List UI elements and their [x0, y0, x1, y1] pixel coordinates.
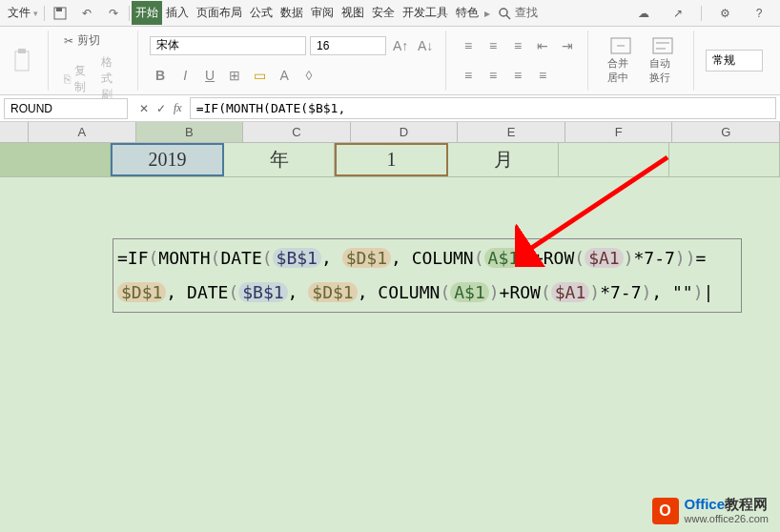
formula-input[interactable]: [190, 97, 776, 119]
wrap-icon: [652, 37, 673, 54]
ref-a1r: $A1: [585, 248, 624, 268]
bold-button[interactable]: B: [150, 65, 171, 86]
wrap-button[interactable]: 自动换行: [642, 31, 684, 91]
redo-icon[interactable]: ↷: [104, 4, 123, 23]
tab-review[interactable]: 审阅: [307, 1, 338, 25]
tab-data[interactable]: 数据: [277, 1, 307, 25]
cell-c1[interactable]: 年: [224, 143, 335, 176]
cell-g1[interactable]: [669, 143, 780, 176]
separator: [44, 6, 45, 21]
merge-button[interactable]: 合并居中: [600, 31, 642, 91]
cell-f1[interactable]: [559, 143, 669, 176]
tab-formula[interactable]: 公式: [246, 1, 277, 25]
number-group: 常规: [706, 31, 772, 91]
number-format-select[interactable]: 常规: [706, 50, 763, 72]
help-icon[interactable]: ?: [749, 4, 769, 23]
file-menu[interactable]: 文件: [4, 1, 42, 25]
watermark-icon: O: [652, 498, 679, 524]
svg-rect-8: [653, 38, 672, 53]
col-header-g[interactable]: G: [672, 122, 780, 142]
tab-devtools[interactable]: 开发工具: [399, 1, 452, 25]
settings-icon[interactable]: ⚙: [715, 4, 734, 23]
paste-icon: [11, 48, 34, 74]
border-button[interactable]: ⊞: [224, 65, 245, 86]
tok-tail2: *7-7: [600, 282, 641, 302]
highlight-button[interactable]: ◊: [298, 65, 319, 86]
ref-a1: A$1: [484, 248, 523, 268]
cell-a1[interactable]: [0, 143, 111, 176]
undo-icon[interactable]: ↶: [77, 4, 96, 23]
grid-body[interactable]: 2019 年 1 月 =IF(MONTH(DATE($B$1, $D$1, CO…: [0, 143, 780, 532]
search-box[interactable]: 查找: [498, 5, 538, 21]
tab-security[interactable]: 安全: [368, 1, 399, 25]
decrease-font-icon[interactable]: A↓: [415, 35, 436, 56]
align-left-icon[interactable]: ≡: [458, 65, 479, 86]
merge-icon: [610, 37, 631, 54]
align-bottom-icon[interactable]: ≡: [507, 35, 528, 56]
tab-special[interactable]: 特色: [452, 1, 482, 25]
column-headers: A B C D E F G: [0, 122, 780, 143]
font-name-select[interactable]: [150, 36, 306, 55]
separator: [129, 6, 130, 21]
tab-start[interactable]: 开始: [132, 1, 162, 25]
increase-font-icon[interactable]: A↑: [390, 35, 411, 56]
save-icon[interactable]: [51, 4, 70, 23]
col-header-a[interactable]: A: [29, 122, 136, 142]
scissors-icon: ✂: [64, 34, 73, 48]
tab-insert[interactable]: 插入: [162, 1, 193, 25]
col-header-b[interactable]: B: [136, 122, 244, 142]
cancel-icon[interactable]: ✕: [139, 102, 149, 115]
ref-d1: $D$1: [342, 248, 391, 268]
col-header-c[interactable]: C: [243, 122, 351, 142]
tok-eq: =: [696, 248, 707, 268]
tab-layout[interactable]: 页面布局: [193, 1, 246, 25]
cut-button[interactable]: ✂ 剪切: [60, 31, 128, 51]
cell-d1[interactable]: 1: [335, 143, 448, 176]
col-header-d[interactable]: D: [351, 122, 459, 142]
italic-button[interactable]: I: [174, 65, 195, 86]
indent-right-icon[interactable]: ⇥: [557, 35, 578, 56]
name-box[interactable]: [4, 98, 128, 119]
tok-tail1: *7-7: [633, 248, 674, 268]
more-tabs-icon[interactable]: ▸: [484, 7, 490, 20]
cut-label: 剪切: [77, 32, 100, 49]
ref-b1-2: $B$1: [238, 282, 287, 302]
clipboard-group: [8, 31, 49, 91]
align-top-icon[interactable]: ≡: [458, 35, 479, 56]
fx-icon[interactable]: fx: [174, 101, 182, 115]
wm-title-cn: 教程网: [725, 496, 768, 512]
cell-b1[interactable]: 2019: [111, 143, 224, 176]
confirm-icon[interactable]: ✓: [156, 102, 166, 115]
ref-a1r-2: $A1: [551, 282, 590, 302]
tab-view[interactable]: 视图: [338, 1, 368, 25]
paste-button[interactable]: [8, 46, 38, 76]
clipboard-actions: ✂ 剪切 ⎘ 复制 格式刷: [60, 31, 138, 91]
tok-column: COLUMN: [412, 248, 474, 268]
align-middle-icon[interactable]: ≡: [482, 35, 503, 56]
col-header-e[interactable]: E: [458, 122, 565, 142]
font-size-select[interactable]: [310, 36, 386, 55]
cell-e1[interactable]: 月: [448, 143, 559, 176]
menu-bar: 文件 ↶ ↷ 开始 插入 页面布局 公式 数据 审阅 视图 安全 开发工具 特色…: [0, 0, 780, 27]
underline-button[interactable]: U: [199, 65, 220, 86]
col-header-f[interactable]: F: [565, 122, 673, 142]
ref-b1: $B$1: [273, 248, 321, 268]
share-icon[interactable]: ↗: [668, 4, 688, 23]
ref-d1-3: $D$1: [308, 282, 357, 302]
select-all-corner[interactable]: [0, 122, 29, 142]
align-center-icon[interactable]: ≡: [482, 65, 503, 86]
tok-column2: COLUMN: [378, 282, 440, 302]
svg-rect-5: [18, 49, 26, 53]
indent-left-icon[interactable]: ⇤: [532, 35, 553, 56]
formula-bar-icons: ✕ ✓ fx: [132, 101, 190, 115]
cell-formula-editor[interactable]: =IF(MONTH(DATE($B$1, $D$1, COLUMN(A$1)+R…: [113, 238, 742, 313]
right-toolbar: ☁ ↗ ⚙ ?: [630, 4, 780, 23]
align-right-icon[interactable]: ≡: [507, 65, 528, 86]
cloud-icon[interactable]: ☁: [634, 4, 653, 23]
justify-icon[interactable]: ≡: [532, 65, 553, 86]
font-color-button[interactable]: A: [274, 65, 295, 86]
tok-date: DATE: [220, 248, 261, 268]
svg-rect-4: [15, 51, 29, 71]
separator: [701, 6, 702, 21]
fill-color-button[interactable]: ▭: [249, 65, 270, 86]
